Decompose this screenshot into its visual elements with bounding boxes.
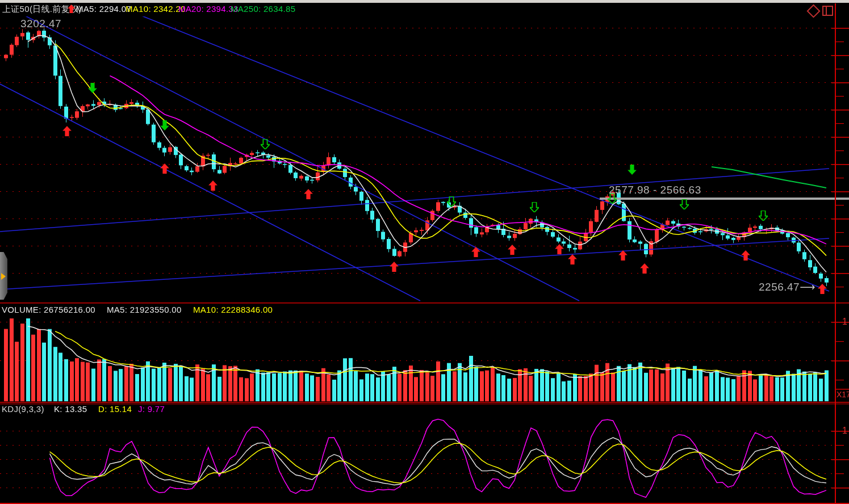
window-titlebar-strip (0, 0, 849, 3)
sell-signal-icon (160, 120, 169, 131)
volume-value-label: VOLUME: 26756216.00 (2, 305, 95, 315)
sell-signal-hollow-icon (261, 139, 270, 149)
gap-zone-label: 2577.98 - 2566.63 (609, 184, 701, 196)
kdj-indicator-label: KDJ(9,3,3) (2, 404, 44, 414)
buy-signal-icon (508, 245, 517, 255)
buy-signal-icon (160, 163, 169, 174)
buy-signal-icon (568, 254, 577, 264)
last-price-value: 2256.47 (759, 281, 800, 293)
volume-ma5-label: MA5: 21923550.00 (107, 305, 182, 315)
buy-signal-icon (304, 189, 313, 199)
buy-signal-icon (471, 247, 480, 257)
period-high-label: 3202.47 (20, 18, 61, 30)
kdj-axis-label: 1 (842, 426, 847, 436)
ma20-value-label: MA20: 2394.33 (178, 4, 239, 14)
up-trend-arrow-icon (68, 5, 75, 13)
collapse-panel-arrow-icon[interactable] (1, 273, 6, 280)
last-price-arrow: ⟶ (800, 281, 815, 293)
main-chart-canvas[interactable] (0, 0, 849, 504)
trading-app-window: 上证50(日线.前复权) MA5: 2294.07 MA10: 2342.20 … (0, 0, 849, 504)
ma5-value-label: MA5: 2294.07 (76, 4, 131, 14)
sell-signal-hollow-icon (680, 199, 689, 209)
sell-signal-hollow-icon (608, 194, 617, 204)
volume-multiplier-label: X17 (837, 390, 849, 399)
kdj-d-label: D: 15.14 (98, 404, 132, 414)
sell-signal-icon (628, 165, 637, 175)
buy-signal-icon (208, 180, 218, 191)
sell-signal-hollow-icon (530, 202, 539, 212)
volume-ma10-label: MA10: 22288346.00 (193, 305, 273, 315)
sell-signal-hollow-icon (447, 196, 456, 207)
buy-signal-icon (62, 126, 72, 136)
split-window-icon[interactable] (822, 6, 833, 16)
last-price-label: 2256.47⟶ (759, 280, 815, 293)
kdj-k-label: K: 13.35 (54, 404, 87, 414)
buy-signal-icon (640, 263, 649, 274)
buy-signal-icon (818, 284, 827, 294)
kdj-j-label: J: 9.77 (138, 404, 165, 414)
buy-signal-icon (390, 262, 399, 272)
sell-signal-hollow-icon (759, 211, 768, 221)
buy-signal-icon (555, 244, 564, 254)
ma250-value-label: MA250: 2634.85 (231, 4, 295, 14)
buy-signal-icon (618, 250, 628, 261)
sell-signal-icon (88, 83, 97, 93)
ma10-value-label: MA10: 2342.20 (126, 4, 186, 14)
buy-signal-icon (741, 250, 750, 261)
volume-axis-label: 1 (842, 317, 847, 327)
split-window-icon-divider (826, 7, 827, 15)
